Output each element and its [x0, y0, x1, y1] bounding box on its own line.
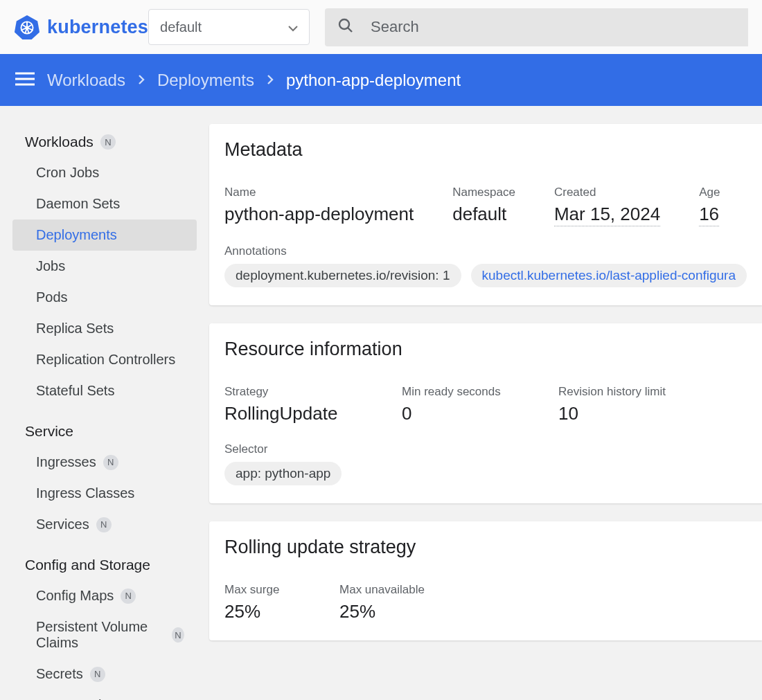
- age-label: Age: [699, 186, 720, 199]
- sidebar-item-label: Pods: [36, 289, 68, 305]
- max-unavail-label: Max unavailable: [339, 583, 425, 597]
- resource-info-card: Resource information Strategy RollingUpd…: [209, 323, 762, 503]
- badge-n: N: [172, 627, 184, 643]
- annotations-label: Annotations: [224, 244, 747, 258]
- chevron-right-icon: [138, 71, 145, 89]
- chevron-down-icon: [288, 19, 298, 35]
- sidebar-item-label: Services: [36, 517, 89, 532]
- svg-line-11: [348, 28, 352, 32]
- sidebar-item-label: Secrets: [36, 666, 83, 682]
- min-ready-label: Min ready seconds: [402, 385, 520, 399]
- strategy-value: RollingUpdate: [224, 403, 363, 424]
- sidebar-item-label: Daemon Sets: [36, 196, 120, 212]
- breadcrumb-level2[interactable]: Deployments: [157, 71, 254, 90]
- badge-n: N: [103, 455, 118, 470]
- sidebar-group-label: Config and Storage: [25, 557, 150, 573]
- created-value: Mar 15, 2024: [554, 204, 660, 226]
- search-box[interactable]: [325, 8, 748, 46]
- age-value: 16: [699, 204, 719, 226]
- breadcrumb-level1[interactable]: Workloads: [47, 71, 125, 90]
- sidebar-item-daemon-sets[interactable]: Daemon Sets: [12, 188, 197, 219]
- menu-icon[interactable]: [15, 71, 35, 89]
- chevron-right-icon: [267, 71, 274, 89]
- sidebar-item-label: Jobs: [36, 258, 65, 274]
- sidebar-item-label: Ingress Classes: [36, 485, 134, 501]
- rolling-update-card: Rolling update strategy Max surge 25% Ma…: [209, 521, 762, 640]
- namespace-label: Namespace: [452, 186, 515, 199]
- brand-logo[interactable]: kubernetes: [14, 14, 148, 40]
- sidebar-item-services[interactable]: Services N: [12, 509, 197, 540]
- sidebar-item-label: Config Maps: [36, 588, 114, 604]
- min-ready-value: 0: [402, 403, 520, 424]
- sidebar-item-storage-classes[interactable]: Storage Classes: [12, 690, 197, 700]
- selector-chip[interactable]: app: python-app: [224, 462, 342, 485]
- sidebar-item-label: Storage Classes: [36, 697, 138, 700]
- resource-info-title: Resource information: [224, 339, 747, 360]
- sidebar-group-label: Service: [25, 423, 73, 440]
- brand-text: kubernetes: [47, 17, 148, 38]
- sidebar-item-label: Replica Sets: [36, 321, 114, 336]
- name-label: Name: [224, 186, 414, 199]
- name-value: python-app-deployment: [224, 204, 414, 225]
- search-icon: [337, 17, 354, 37]
- badge-n: N: [100, 134, 116, 150]
- metadata-title: Metadata: [224, 139, 747, 161]
- sidebar-item-deployments[interactable]: Deployments: [12, 219, 197, 251]
- rev-hist-value: 10: [558, 403, 666, 424]
- annotation-chip[interactable]: kubectl.kubernetes.io/last-applied-confi…: [471, 264, 747, 287]
- max-unavail-value: 25%: [339, 601, 425, 622]
- sidebar-item-config-maps[interactable]: Config Maps N: [12, 580, 197, 611]
- selector-label: Selector: [224, 442, 747, 456]
- sidebar: Workloads N Cron Jobs Daemon Sets Deploy…: [0, 106, 209, 700]
- sidebar-item-cron-jobs[interactable]: Cron Jobs: [12, 157, 197, 188]
- sidebar-item-ingress-classes[interactable]: Ingress Classes: [12, 478, 197, 509]
- rev-hist-label: Revision history limit: [558, 385, 666, 399]
- sidebar-item-label: Deployments: [36, 227, 117, 243]
- max-surge-label: Max surge: [224, 583, 301, 597]
- sidebar-item-label: Replication Controllers: [36, 352, 175, 368]
- badge-n: N: [121, 589, 136, 604]
- sidebar-item-label: Stateful Sets: [36, 383, 114, 399]
- sidebar-item-replication-controllers[interactable]: Replication Controllers: [12, 344, 197, 375]
- namespace-value: default: [452, 204, 515, 225]
- annotation-chip[interactable]: deployment.kubernetes.io/revision: 1: [224, 264, 461, 287]
- sidebar-item-jobs[interactable]: Jobs: [12, 251, 197, 282]
- created-label: Created: [554, 186, 660, 199]
- breadcrumb-bar: Workloads Deployments python-app-deploym…: [0, 54, 762, 106]
- max-surge-value: 25%: [224, 601, 301, 622]
- sidebar-item-label: Ingresses: [36, 454, 96, 470]
- namespace-select[interactable]: default: [148, 9, 310, 45]
- sidebar-item-pvc[interactable]: Persistent Volume Claims N: [12, 611, 197, 658]
- top-header: kubernetes default: [0, 0, 762, 54]
- sidebar-item-secrets[interactable]: Secrets N: [12, 658, 197, 690]
- badge-n: N: [90, 667, 105, 682]
- rolling-update-title: Rolling update strategy: [224, 537, 747, 558]
- main-content: Metadata Name python-app-deployment Name…: [209, 106, 762, 700]
- sidebar-group-config-storage[interactable]: Config and Storage: [12, 550, 197, 580]
- strategy-label: Strategy: [224, 385, 363, 399]
- search-input[interactable]: [371, 18, 736, 36]
- svg-point-10: [339, 19, 349, 29]
- sidebar-item-replica-sets[interactable]: Replica Sets: [12, 313, 197, 344]
- sidebar-group-label: Workloads: [25, 134, 94, 150]
- sidebar-group-service[interactable]: Service: [12, 416, 197, 447]
- kubernetes-icon: [14, 14, 40, 40]
- badge-n: N: [96, 517, 112, 532]
- breadcrumb-level3: python-app-deployment: [286, 71, 461, 90]
- sidebar-item-stateful-sets[interactable]: Stateful Sets: [12, 375, 197, 406]
- sidebar-group-workloads[interactable]: Workloads N: [12, 127, 197, 157]
- metadata-card: Metadata Name python-app-deployment Name…: [209, 124, 762, 305]
- sidebar-item-ingresses[interactable]: Ingresses N: [12, 447, 197, 478]
- namespace-selected: default: [160, 19, 202, 35]
- sidebar-item-label: Persistent Volume Claims: [36, 619, 165, 651]
- sidebar-item-label: Cron Jobs: [36, 165, 99, 181]
- sidebar-item-pods[interactable]: Pods: [12, 282, 197, 313]
